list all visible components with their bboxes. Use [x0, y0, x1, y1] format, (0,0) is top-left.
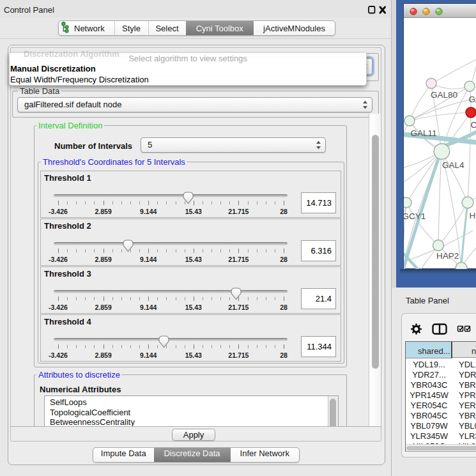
- svg-text:GCY1: GCY1: [404, 211, 426, 221]
- svg-text:GA: GA: [469, 95, 476, 104]
- svg-text:CY: CY: [471, 120, 476, 130]
- svg-text:HAP2: HAP2: [436, 251, 459, 261]
- svg-text:HK: HK: [470, 211, 476, 220]
- svg-text:GAL11: GAL11: [411, 128, 437, 138]
- svg-text:GAL80: GAL80: [431, 90, 457, 100]
- svg-text:GAL4: GAL4: [442, 160, 464, 170]
